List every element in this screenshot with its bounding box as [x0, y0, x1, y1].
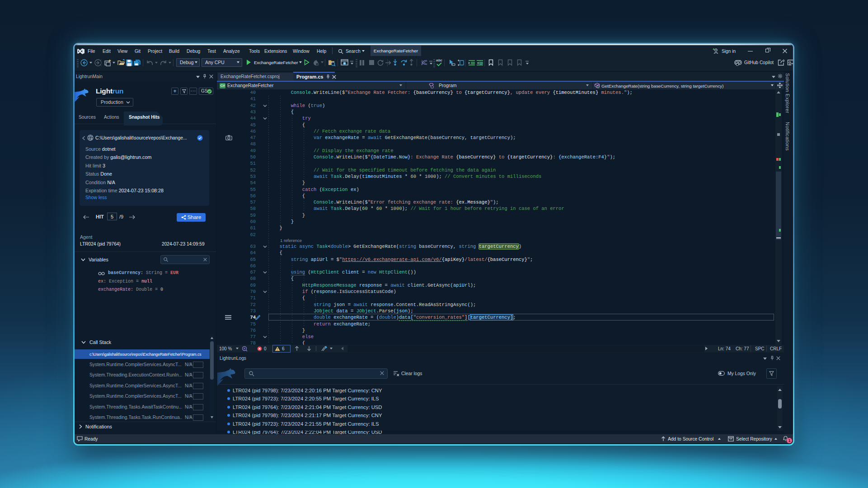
svg-text:2: 2 [480, 61, 483, 65]
